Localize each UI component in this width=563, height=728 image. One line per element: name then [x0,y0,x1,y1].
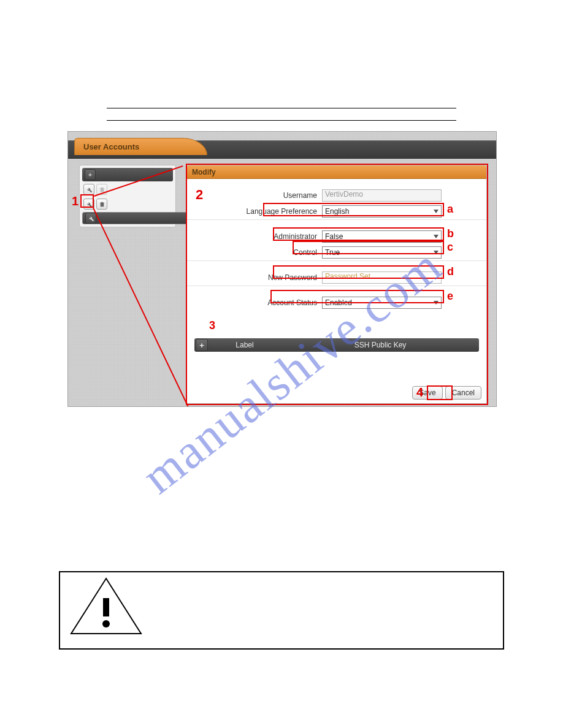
callout-c: c [447,241,453,254]
callout-1: 1 [72,194,79,208]
wrench-icon [86,186,93,193]
callout-a: a [447,203,453,216]
user-accounts-screenshot: User Accounts + [67,131,497,407]
account-row[interactable] [82,197,173,211]
svg-point-2 [102,620,110,628]
divider-bottom [107,120,456,121]
svg-rect-1 [103,598,109,616]
callout-box-a [263,203,444,216]
add-account-button[interactable]: + [85,169,96,180]
callout-box-d [273,265,444,279]
callout-3: 3 [209,319,215,332]
callout-box-e [270,290,444,303]
wrench-icon [88,215,94,222]
callout-2: 2 [196,187,203,203]
callout-d: d [447,265,454,278]
divider-top [107,108,456,108]
callout-box-4 [427,385,453,400]
delete-account-button[interactable] [96,199,107,210]
accounts-toolbar: + [82,168,173,181]
callout-e: e [447,290,453,303]
callout-b: b [447,227,454,240]
callout-box-1 [80,194,94,208]
trash-icon [99,201,105,208]
tab-user-accounts[interactable]: User Accounts [74,138,207,155]
warning-icon [70,577,142,635]
callout-box-b [273,227,444,241]
edit-account-button[interactable] [85,213,96,224]
callout-box-c [293,241,444,254]
plus-icon: + [88,171,92,178]
edit-account-button[interactable] [83,184,94,195]
content-area: + [73,159,491,401]
zoom-line-bottom [93,208,189,407]
callout-4: 4 [416,385,423,400]
callout-box-panel [186,164,488,405]
warning-box [59,571,504,650]
